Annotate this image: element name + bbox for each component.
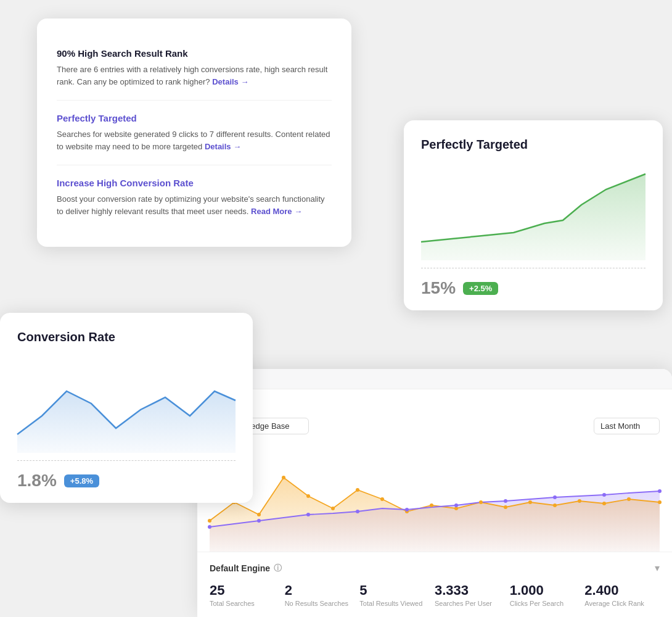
- svg-point-14: [553, 503, 557, 507]
- conversion-title: Conversion Rate: [17, 330, 236, 344]
- traffic-bar: [197, 369, 672, 389]
- insight-item-1: 90% High Search Result Rank There are 6 …: [57, 36, 332, 101]
- svg-point-26: [553, 495, 557, 499]
- svg-point-2: [257, 513, 261, 516]
- stat-number: 3.333: [435, 582, 500, 598]
- time-select[interactable]: Last Month Last Week Last Year: [594, 418, 660, 434]
- stat-item: 5 Total Results Viewed: [359, 582, 435, 607]
- svg-point-21: [306, 513, 310, 516]
- stat-item: 1.000 Clicks Per Search: [510, 582, 585, 607]
- svg-point-16: [602, 502, 606, 505]
- info-icon: ⓘ: [274, 563, 282, 574]
- svg-point-24: [454, 503, 458, 507]
- stat-label: Total Results Viewed: [359, 600, 425, 607]
- stats-metrics: 25 Total Searches 2 No Results Searches …: [210, 582, 660, 607]
- svg-point-11: [479, 500, 483, 504]
- engine-expand-icon[interactable]: ▾: [655, 562, 660, 574]
- svg-point-7: [380, 497, 384, 501]
- stats-section: Default Engine ⓘ ▾ 25 Total Searches 2 N…: [197, 552, 672, 617]
- svg-point-9: [430, 503, 433, 507]
- svg-point-4: [306, 494, 310, 498]
- stat-item: 2 No Results Searches: [285, 582, 360, 607]
- conversion-divider: [17, 460, 236, 461]
- conversion-metric: 1.8%: [17, 471, 57, 491]
- stat-label: Searches Per User: [435, 600, 500, 607]
- engine-row: Default Engine ⓘ ▾: [210, 562, 660, 574]
- conversion-metric-row: 1.8% +5.8%: [17, 468, 236, 491]
- conversion-card: Conversion Rate 1.8% +5.8%: [0, 313, 253, 503]
- svg-point-27: [602, 493, 606, 497]
- targeted-divider: [421, 268, 645, 268]
- insight-link-2[interactable]: Details →: [205, 142, 241, 151]
- svg-point-0: [208, 519, 211, 523]
- svg-point-22: [356, 510, 359, 513]
- targeted-title: Perfectly Targeted: [421, 138, 645, 152]
- stat-number: 2.400: [584, 582, 650, 598]
- svg-point-18: [658, 500, 662, 504]
- stat-item: 2.400 Average Click Rank: [584, 582, 660, 607]
- insight-title-1: 90% High Search Result Rank: [57, 48, 332, 59]
- targeted-chart: [421, 162, 645, 260]
- stat-label: Total Searches: [210, 600, 275, 607]
- stat-item: 25 Total Searches: [210, 582, 285, 607]
- insight-item-3: Increase High Conversion Rate Boost your…: [57, 165, 332, 230]
- targeted-card: Perfectly Targeted 15% +2.5%: [404, 120, 663, 310]
- svg-point-3: [282, 476, 285, 479]
- stat-number: 25: [210, 582, 275, 598]
- dashboard-controls: ult, Knowledge Base All Last Month Last …: [197, 412, 672, 441]
- dashboard-header: p: [197, 389, 672, 412]
- stat-label: Clicks Per Search: [510, 600, 575, 607]
- conversion-badge: +5.8%: [64, 474, 99, 487]
- svg-point-13: [528, 500, 532, 504]
- stat-label: Average Click Rank: [584, 600, 650, 607]
- targeted-metric: 15%: [421, 278, 456, 298]
- insight-desc-2: Searches for website generated 9 clicks …: [57, 128, 332, 152]
- insight-title-3: Increase High Conversion Rate: [57, 178, 332, 188]
- dashboard-card: p ult, Knowledge Base All Last Month Las…: [197, 369, 672, 617]
- insight-desc-1: There are 6 entries with a relatively hi…: [57, 64, 332, 88]
- stat-number: 2: [285, 582, 350, 598]
- svg-point-19: [208, 525, 211, 529]
- svg-point-25: [504, 499, 507, 503]
- stat-label: No Results Searches: [285, 600, 350, 607]
- svg-point-6: [356, 488, 359, 492]
- insight-desc-3: Boost your conversion rate by optimizing…: [57, 193, 332, 217]
- svg-point-28: [658, 489, 662, 493]
- stat-number: 5: [359, 582, 425, 598]
- svg-point-15: [578, 499, 581, 503]
- targeted-metric-row: 15% +2.5%: [421, 276, 645, 298]
- stat-number: 1.000: [510, 582, 575, 598]
- svg-point-5: [331, 507, 335, 510]
- insight-title-2: Perfectly Targeted: [57, 113, 332, 123]
- insight-item-2: Perfectly Targeted Searches for website …: [57, 101, 332, 165]
- conversion-chart: [17, 354, 236, 453]
- insight-link-3[interactable]: Read More →: [251, 207, 302, 216]
- svg-point-12: [504, 505, 507, 509]
- targeted-badge: +2.5%: [463, 282, 498, 295]
- insight-link-1[interactable]: Details →: [212, 77, 248, 86]
- engine-label: Default Engine ⓘ: [210, 563, 282, 574]
- svg-point-20: [257, 519, 261, 523]
- svg-point-17: [627, 497, 631, 501]
- stat-item: 3.333 Searches Per User: [435, 582, 510, 607]
- insights-card: 90% High Search Result Rank There are 6 …: [37, 19, 351, 247]
- svg-point-23: [405, 508, 409, 511]
- dashboard-chart: [197, 441, 672, 552]
